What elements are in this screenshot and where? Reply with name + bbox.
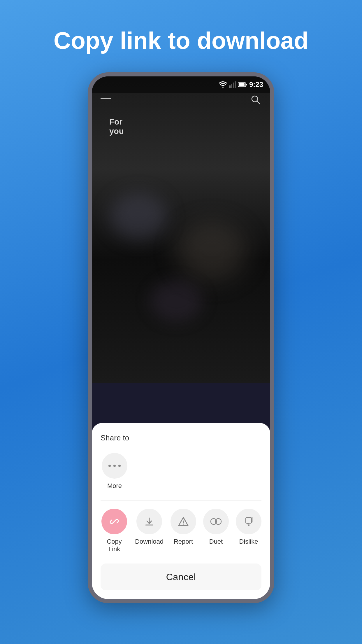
wifi-icon [219, 81, 227, 88]
svg-point-11 [118, 465, 121, 467]
ellipsis-icon [108, 464, 121, 468]
svg-point-10 [113, 465, 116, 467]
svg-rect-2 [233, 83, 234, 88]
video-decoration-1 [109, 193, 168, 240]
share-sheet: Share to More [92, 423, 270, 599]
phone-frame: 9:23 For you Share to [88, 72, 274, 603]
divider [101, 500, 261, 501]
status-bar: 9:23 [92, 76, 270, 93]
for-you-underline [101, 98, 111, 99]
share-item-report[interactable]: Report [171, 509, 196, 545]
time-display: 9:23 [249, 80, 263, 89]
share-row-bottom: Copy Link Download [101, 509, 261, 553]
report-icon [177, 515, 190, 528]
share-item-more[interactable]: More [102, 453, 127, 490]
svg-rect-5 [246, 84, 247, 85]
duet-icon [210, 515, 222, 528]
dislike-label: Dislike [239, 538, 258, 545]
share-item-duet[interactable]: Duet [203, 509, 229, 545]
download-icon [143, 515, 156, 528]
more-label: More [107, 482, 122, 490]
share-item-copy-link[interactable]: Copy Link [101, 509, 128, 553]
duet-label: Duet [209, 538, 223, 545]
share-to-label: Share to [101, 433, 261, 442]
battery-icon [238, 82, 247, 87]
duet-icon-circle [203, 509, 229, 534]
svg-rect-1 [231, 84, 232, 88]
copy-link-label: Copy Link [101, 538, 128, 553]
dislike-icon-circle [236, 509, 261, 534]
cancel-button[interactable]: Cancel [101, 564, 261, 590]
page-title: Copy link to download [36, 26, 326, 55]
report-label: Report [174, 538, 193, 545]
svg-point-9 [108, 465, 111, 467]
signal-icon [229, 81, 236, 88]
video-decoration-3 [150, 281, 203, 321]
share-item-dislike[interactable]: Dislike [236, 509, 261, 545]
video-area: For you [92, 76, 270, 383]
svg-point-16 [215, 521, 217, 522]
thumbs-down-icon [242, 515, 255, 528]
svg-rect-6 [239, 83, 245, 86]
link-icon [108, 515, 121, 528]
video-decoration-2 [177, 222, 247, 281]
search-button[interactable] [250, 94, 261, 107]
svg-line-8 [257, 101, 260, 104]
share-row-top: More [101, 453, 261, 490]
svg-rect-3 [235, 81, 236, 88]
status-icons: 9:23 [219, 80, 263, 89]
copy-link-icon-circle [101, 509, 127, 534]
share-item-download[interactable]: Download [135, 509, 164, 545]
more-icon-circle [102, 453, 127, 479]
download-label: Download [135, 538, 164, 545]
svg-rect-0 [229, 85, 231, 88]
download-icon-circle [136, 509, 162, 534]
report-icon-circle [171, 509, 196, 534]
svg-point-13 [183, 524, 184, 525]
for-you-tab[interactable]: For you [109, 117, 124, 136]
